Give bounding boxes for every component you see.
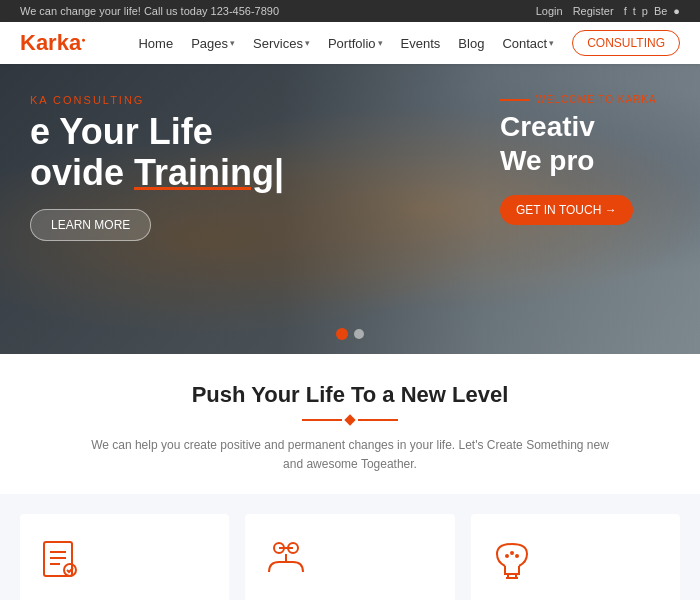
card-training-mentor: Training Mentor Open a beautiful store &… xyxy=(245,514,454,600)
facebook-icon[interactable]: f xyxy=(624,5,627,17)
nav-portfolio-label: Portfolio xyxy=(328,36,376,51)
logo[interactable]: Karka● xyxy=(20,30,85,56)
welcome-line-decoration xyxy=(500,99,530,101)
hero-title-provide: ovide xyxy=(30,152,134,193)
nav-events[interactable]: Events xyxy=(401,36,441,51)
main-nav: Home Pages ▾ Services ▾ Portfolio ▾ Even… xyxy=(138,30,680,56)
slider-dot-2[interactable] xyxy=(354,329,364,339)
chevron-down-icon: ▾ xyxy=(230,38,235,48)
hero-right-panel: WELCOME TO KARKA Creativ We pro GET IN T… xyxy=(480,64,700,354)
tagline: We can change your life! Call us today 1… xyxy=(20,5,279,17)
slider-dots xyxy=(336,329,364,340)
register-link[interactable]: Register xyxy=(573,5,614,17)
logo-accent: a xyxy=(69,30,81,55)
nav-home-label: Home xyxy=(138,36,173,51)
learn-more-button[interactable]: LEARN MORE xyxy=(30,209,151,241)
nav-services[interactable]: Services ▾ xyxy=(253,36,310,51)
nav-blog-label: Blog xyxy=(458,36,484,51)
divider-diamond xyxy=(344,414,355,425)
hero-right-title: Creativ We pro xyxy=(500,110,680,177)
test-brain-icon xyxy=(36,534,86,584)
consulting-button[interactable]: CONSULTING xyxy=(572,30,680,56)
intro-description: We can help you create positive and perm… xyxy=(80,436,620,474)
nav-pages-label: Pages xyxy=(191,36,228,51)
svg-point-13 xyxy=(510,551,514,555)
right-title-line2: We pro xyxy=(500,144,680,178)
nav-home[interactable]: Home xyxy=(138,36,173,51)
hero-title-training: Training| xyxy=(134,152,284,193)
nav-blog[interactable]: Blog xyxy=(458,36,484,51)
card-thinking-creative: Thinking Creative Open a beautiful store… xyxy=(471,514,680,600)
nav-events-label: Events xyxy=(401,36,441,51)
hero-section: KA CONSULTING e Your Life ovide Training… xyxy=(0,64,700,354)
right-title-line1: Creativ xyxy=(500,110,680,144)
slider-dot-1[interactable] xyxy=(336,328,348,340)
welcome-text: WELCOME TO KARKA xyxy=(536,94,657,105)
nav-services-label: Services xyxy=(253,36,303,51)
social-icons: f t p Be ● xyxy=(624,5,680,17)
chevron-down-icon: ▾ xyxy=(305,38,310,48)
top-bar: We can change your life! Call us today 1… xyxy=(0,0,700,22)
cards-section: Test Your Brain Open a beautiful store &… xyxy=(0,494,700,600)
twitter-icon[interactable]: t xyxy=(633,5,636,17)
intro-title: Push Your Life To a New Level xyxy=(80,382,620,408)
chevron-down-icon: ▾ xyxy=(378,38,383,48)
svg-point-14 xyxy=(515,554,519,558)
thinking-creative-icon xyxy=(487,534,537,584)
svg-point-12 xyxy=(505,554,509,558)
logo-text: Kark xyxy=(20,30,69,55)
card-test-brain: Test Your Brain Open a beautiful store &… xyxy=(20,514,229,600)
top-bar-right: Login Register f t p Be ● xyxy=(536,5,680,17)
pinterest-icon[interactable]: p xyxy=(642,5,648,17)
nav-pages[interactable]: Pages ▾ xyxy=(191,36,235,51)
header: Karka● Home Pages ▾ Services ▾ Portfolio… xyxy=(0,22,700,64)
divider-line-right xyxy=(358,419,398,421)
login-link[interactable]: Login xyxy=(536,5,563,17)
welcome-tag: WELCOME TO KARKA xyxy=(500,94,680,105)
extra-icon[interactable]: ● xyxy=(673,5,680,17)
orange-divider xyxy=(80,416,620,424)
nav-contact-label: Contact xyxy=(502,36,547,51)
training-mentor-icon xyxy=(261,534,311,584)
nav-contact[interactable]: Contact ▾ xyxy=(502,36,554,51)
get-in-touch-button[interactable]: GET IN TOUCH → xyxy=(500,195,633,225)
chevron-down-icon: ▾ xyxy=(549,38,554,48)
section-intro: Push Your Life To a New Level We can hel… xyxy=(0,354,700,494)
nav-portfolio[interactable]: Portfolio ▾ xyxy=(328,36,383,51)
logo-dot: ● xyxy=(81,36,85,43)
behance-icon[interactable]: Be xyxy=(654,5,667,17)
divider-line-left xyxy=(302,419,342,421)
